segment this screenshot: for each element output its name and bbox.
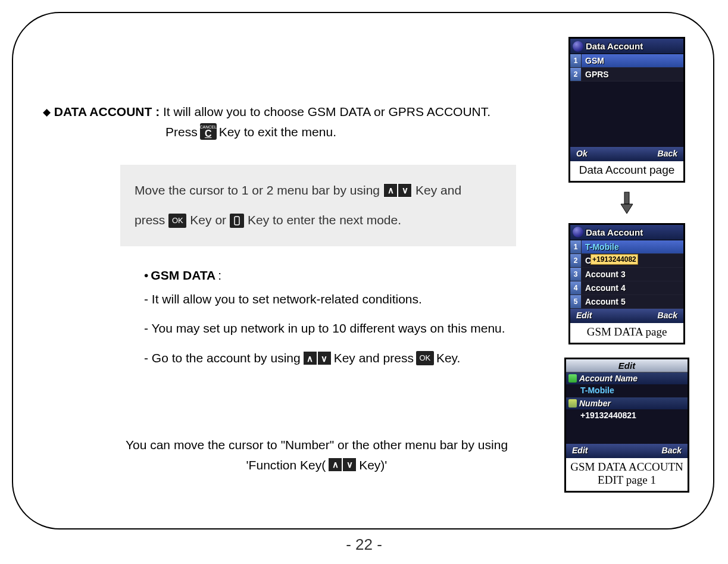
gsm-line2: - You may set up network in up to 10 dif… xyxy=(144,317,505,340)
phone2-softkey-left: Edit xyxy=(576,311,592,321)
down-arrow-icon xyxy=(618,191,635,215)
heading: ◆ DATA ACCOUNT : It will allow you to ch… xyxy=(43,102,552,121)
press-line: Press CANCEL C Key to exit the menu. xyxy=(165,123,552,142)
press-after: Key to exit the menu. xyxy=(219,123,336,142)
phone1-caption: Data Account page xyxy=(570,161,683,181)
number-icon xyxy=(568,399,577,408)
row-number: 1 xyxy=(570,240,582,253)
phone3-caption-l1: GSM DATA ACCOUTN xyxy=(567,460,686,474)
greybox-line2b: Key or xyxy=(190,205,226,235)
instruction-box: Move the cursor to 1 or 2 menu bar by us… xyxy=(120,165,516,246)
updown-key-icon: ∧ ∨ xyxy=(303,351,332,365)
phone3-field2-value: +19132440821 xyxy=(566,409,688,422)
row-label: Account 4 xyxy=(582,283,626,293)
gsm-line3a: - Go to the account by using xyxy=(144,347,301,369)
phone2-row-3: 3 Account 3 xyxy=(570,268,683,281)
gsm-line1: - It will allow you to set network-relat… xyxy=(144,288,422,311)
greybox-line1a: Move the cursor to 1 or 2 menu bar by us… xyxy=(135,176,380,205)
globe-icon xyxy=(573,227,583,237)
phone2-caption: GSM DATA page xyxy=(570,323,683,343)
phone-screenshot-gsm-data: Data Account 1 T-Mobile 2 C +1913244082 xyxy=(568,223,685,344)
page-number: - 22 - xyxy=(0,535,728,554)
phone2-row-1: 1 T-Mobile xyxy=(570,240,683,254)
main-layout: ◆ DATA ACCOUNT : It will allow you to ch… xyxy=(43,31,695,510)
phone-screenshot-gsm-edit: Edit Account Name T-Mobile Number +19132… xyxy=(564,358,689,493)
phone2-tooltip: +1913244082 xyxy=(590,254,638,265)
gsm-data-block: • GSM DATA : - It will allow you to set … xyxy=(144,264,552,369)
up-key-icon: ∧ xyxy=(328,458,342,472)
diamond-bullet: ◆ xyxy=(43,106,51,118)
phone2-row-2: 2 C +1913244082 xyxy=(570,254,683,268)
svg-rect-0 xyxy=(235,217,239,225)
phone-screenshot-data-account: Data Account 1 GSM 2 GPRS xyxy=(568,37,685,183)
row-number: 2 xyxy=(570,254,582,267)
gsm-title-after: : xyxy=(218,264,221,287)
phone2-row-5: 5 Account 5 xyxy=(570,295,683,309)
greybox-line1b: Key and xyxy=(415,176,461,205)
phone1-row-2: 2 GPRS xyxy=(570,68,683,82)
row-number: 2 xyxy=(570,68,582,81)
phone3-caption: GSM DATA ACCOUTN EDIT page 1 xyxy=(566,458,688,491)
phone3-field2-label: Number xyxy=(566,397,688,409)
phone2-title: Data Account xyxy=(586,227,643,237)
field2-label-text: Number xyxy=(579,399,611,408)
cancel-key-icon: CANCEL C xyxy=(200,123,217,140)
phone3-field1-value: T-Mobile xyxy=(566,384,688,397)
row-label: GSM xyxy=(582,56,604,65)
row-label: GPRS xyxy=(582,70,609,79)
gsm-line3c: Key. xyxy=(436,347,460,369)
heading-description: It will allow you to choose GSM DATA or … xyxy=(163,105,490,118)
up-key-icon: ∧ xyxy=(303,351,317,365)
phone3-edit-title: Edit xyxy=(566,359,688,372)
phone3-softkey-right: Back xyxy=(662,446,682,456)
page-frame: ◆ DATA ACCOUNT : It will allow you to ch… xyxy=(12,12,714,529)
ok-key-icon: OK xyxy=(168,214,186,228)
row-number: 5 xyxy=(570,295,582,308)
gsm-title: GSM DATA xyxy=(151,264,215,287)
phone2-row-4: 4 Account 4 xyxy=(570,281,683,295)
row-number: 1 xyxy=(570,54,582,67)
phone3-caption-l2: EDIT page 1 xyxy=(567,474,686,487)
row-label: T-Mobile xyxy=(582,242,619,252)
svg-rect-1 xyxy=(624,192,629,204)
down-key-icon: ∨ xyxy=(398,183,412,198)
row-label: Account 3 xyxy=(582,270,626,279)
footer-line1: You can move the cursor to "Number" or t… xyxy=(102,435,531,455)
ok-key-icon: OK xyxy=(416,351,434,365)
footer-instruction: You can move the cursor to "Number" or t… xyxy=(102,435,531,475)
row-label: C xyxy=(582,256,591,265)
softkey-icon xyxy=(230,214,244,228)
svg-marker-2 xyxy=(621,204,633,214)
down-key-icon: ∨ xyxy=(342,458,357,472)
phone3-field1-label: Account Name xyxy=(566,372,688,384)
updown-key-icon: ∧ ∨ xyxy=(383,183,412,198)
footer-line2a: 'Function Key( xyxy=(246,455,326,475)
cancel-key-letter: C xyxy=(205,129,212,139)
greybox-line2c: Key to enter the next mode. xyxy=(248,205,401,235)
right-column: Data Account 1 GSM 2 GPRS xyxy=(558,31,695,510)
row-number: 3 xyxy=(570,268,582,281)
phone1-softkey-right: Back xyxy=(658,149,677,159)
gsm-line3b: Key and press xyxy=(334,347,414,369)
press-before: Press xyxy=(165,123,198,142)
left-column: ◆ DATA ACCOUNT : It will allow you to ch… xyxy=(43,31,558,510)
phone2-softkey-right: Back xyxy=(658,311,677,321)
greybox-line2a: press xyxy=(135,205,165,235)
heading-title: DATA ACCOUNT : xyxy=(54,105,160,118)
up-key-icon: ∧ xyxy=(383,183,398,198)
phone1-title: Data Account xyxy=(586,41,643,51)
row-label: Account 5 xyxy=(582,297,626,306)
account-icon xyxy=(568,374,577,383)
phone1-softkey-left: Ok xyxy=(576,149,588,159)
footer-line2b: Key)' xyxy=(359,455,387,475)
down-key-icon: ∨ xyxy=(317,351,332,365)
row-number: 4 xyxy=(570,281,582,294)
phone1-row-1: 1 GSM xyxy=(570,54,683,68)
field1-label-text: Account Name xyxy=(579,374,638,383)
globe-icon xyxy=(573,41,583,52)
bullet-dot: • xyxy=(144,264,148,287)
updown-key-icon: ∧ ∨ xyxy=(328,458,357,472)
phone3-softkey-left: Edit xyxy=(572,446,588,456)
